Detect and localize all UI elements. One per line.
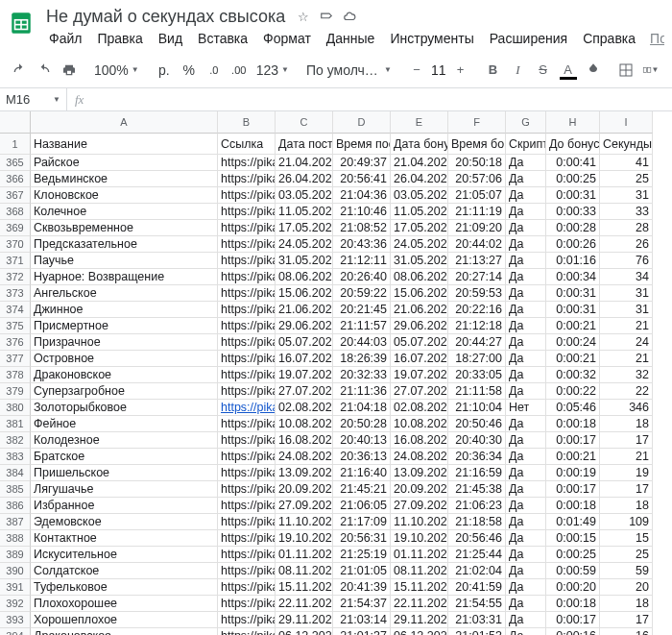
cell[interactable]: https://pikat xyxy=(218,579,276,596)
cell[interactable]: Ангельское xyxy=(31,285,218,302)
cell[interactable]: 17.05.2021 xyxy=(276,220,333,236)
row-header[interactable]: 376 xyxy=(0,334,31,351)
menu-insert[interactable]: Вставка xyxy=(191,29,254,48)
cell[interactable]: 21:04:36 xyxy=(333,187,391,204)
col-header[interactable]: H xyxy=(546,111,600,134)
cell[interactable]: Пришельское xyxy=(31,465,218,481)
spreadsheet-grid[interactable]: ABCDEFGHI1НазваниеСсылкаДата постаВремя … xyxy=(0,111,672,635)
borders-button[interactable] xyxy=(614,58,637,83)
cell[interactable]: 21.04.2021 xyxy=(391,155,448,171)
cell[interactable]: 20:26:40 xyxy=(333,269,391,285)
cell[interactable]: Туфельковое xyxy=(31,579,218,596)
cell[interactable]: 20:57:06 xyxy=(448,171,506,187)
font-size-input[interactable]: 11 xyxy=(430,61,447,79)
cell[interactable]: https://pikat xyxy=(218,432,276,449)
cell[interactable]: 08.06.2021 xyxy=(391,269,448,285)
row-header[interactable]: 372 xyxy=(0,269,31,285)
cell[interactable]: 20:49:37 xyxy=(333,155,391,171)
cell[interactable]: 31.05.2021 xyxy=(391,253,448,269)
cell[interactable]: 31 xyxy=(600,187,653,204)
cell[interactable]: 0:01:16 xyxy=(546,253,600,269)
cell[interactable]: https://pikat xyxy=(218,481,276,498)
header-cell[interactable]: Название xyxy=(31,134,218,155)
cell[interactable]: Фейное xyxy=(31,416,218,432)
cell[interactable]: Да xyxy=(506,563,546,579)
cell[interactable]: 20:59:22 xyxy=(333,285,391,302)
cell[interactable]: 0:00:21 xyxy=(546,351,600,367)
bold-button[interactable]: B xyxy=(482,58,505,83)
cell[interactable]: 20:32:33 xyxy=(333,367,391,383)
cell[interactable]: 18 xyxy=(600,596,653,612)
cell[interactable]: https://pikat xyxy=(218,628,276,635)
cell[interactable]: Ведьминское xyxy=(31,171,218,187)
cell[interactable]: 0:00:17 xyxy=(546,432,600,449)
cell[interactable]: Присмертное xyxy=(31,318,218,334)
cell[interactable]: 21:04:18 xyxy=(333,400,391,416)
cell[interactable]: 06.12.2021 xyxy=(276,628,333,635)
cell[interactable]: 24.05.2021 xyxy=(391,236,448,253)
cell[interactable]: 21:03:31 xyxy=(448,612,506,628)
cell[interactable]: Да xyxy=(506,220,546,236)
cell[interactable]: 21.04.2021 xyxy=(276,155,333,171)
cell[interactable]: 27.07.2021 xyxy=(276,383,333,400)
undo-button[interactable] xyxy=(8,58,31,83)
cell[interactable]: 0:00:17 xyxy=(546,612,600,628)
col-header[interactable]: D xyxy=(333,111,391,134)
row-header[interactable]: 368 xyxy=(0,204,31,220)
cell[interactable]: 0:00:31 xyxy=(546,302,600,318)
cell[interactable]: 20:40:13 xyxy=(333,432,391,449)
cell[interactable]: Да xyxy=(506,628,546,635)
cell[interactable]: Драконовское xyxy=(31,628,218,635)
cell[interactable]: 21:45:21 xyxy=(333,481,391,498)
cell[interactable]: 15.06.2021 xyxy=(276,285,333,302)
cell[interactable]: 22 xyxy=(600,383,653,400)
cell[interactable]: 24.05.2021 xyxy=(276,236,333,253)
formula-input[interactable] xyxy=(91,88,672,110)
cell[interactable]: 21 xyxy=(600,449,653,465)
cell[interactable]: Контактное xyxy=(31,530,218,547)
cell[interactable]: 21:10:46 xyxy=(333,204,391,220)
cell[interactable]: Да xyxy=(506,318,546,334)
sheets-logo[interactable] xyxy=(8,6,35,40)
cell[interactable]: 33 xyxy=(600,204,653,220)
cell[interactable]: Да xyxy=(506,481,546,498)
row-header[interactable]: 385 xyxy=(0,481,31,498)
row-header[interactable]: 374 xyxy=(0,302,31,318)
cell[interactable]: 0:00:28 xyxy=(546,220,600,236)
cell[interactable]: 20:41:59 xyxy=(448,579,506,596)
cell[interactable]: 05.07.2021 xyxy=(276,334,333,351)
col-header[interactable]: G xyxy=(506,111,546,134)
cell[interactable]: 34 xyxy=(600,269,653,285)
menu-tools[interactable]: Инструменты xyxy=(383,29,480,48)
cell[interactable]: 0:00:18 xyxy=(546,596,600,612)
cell[interactable]: https://pikat xyxy=(218,253,276,269)
cell[interactable]: 0:00:59 xyxy=(546,563,600,579)
cell[interactable]: 21 xyxy=(600,351,653,367)
cell[interactable]: 19.07.2021 xyxy=(276,367,333,383)
cell[interactable]: 19.10.2021 xyxy=(391,530,448,547)
cell[interactable]: 20.09.2021 xyxy=(391,481,448,498)
cell[interactable]: Золоторыбковое xyxy=(31,400,218,416)
cell[interactable]: 21:11:58 xyxy=(448,383,506,400)
cell[interactable]: 21:01:37 xyxy=(333,628,391,635)
cloud-icon[interactable] xyxy=(341,8,358,25)
cell[interactable]: 19 xyxy=(600,465,653,481)
cell[interactable]: 18:26:39 xyxy=(333,351,391,367)
cell[interactable]: 11.05.2021 xyxy=(276,204,333,220)
cell[interactable]: 08.06.2021 xyxy=(276,269,333,285)
cell[interactable]: 01.11.2021 xyxy=(276,547,333,563)
print-button[interactable] xyxy=(58,58,81,83)
cell[interactable]: Да xyxy=(506,579,546,596)
cell[interactable]: 20:22:16 xyxy=(448,302,506,318)
cell[interactable]: 20:56:46 xyxy=(448,530,506,547)
cell[interactable]: 27.09.2021 xyxy=(391,498,448,514)
font-size-inc[interactable]: + xyxy=(449,58,472,83)
cell[interactable]: 20:59:53 xyxy=(448,285,506,302)
cell[interactable]: 21:54:55 xyxy=(448,596,506,612)
cell[interactable]: 0:01:49 xyxy=(546,514,600,530)
row-header[interactable]: 382 xyxy=(0,432,31,449)
cell[interactable]: 21:05:07 xyxy=(448,187,506,204)
row-header[interactable]: 384 xyxy=(0,465,31,481)
cell[interactable]: 16 xyxy=(600,628,653,635)
merge-button[interactable]: ▼ xyxy=(639,58,662,83)
